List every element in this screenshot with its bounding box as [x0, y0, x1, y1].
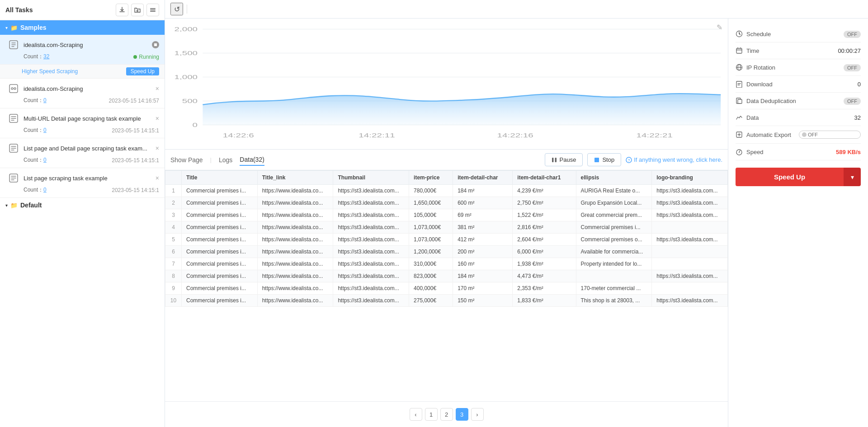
table-row[interactable]: 10Commercial premises i...https://www.id… — [165, 295, 728, 307]
schedule-toggle[interactable]: OFF — [844, 31, 861, 38]
table-row[interactable]: 1Commercial premises i...https://www.ide… — [165, 185, 728, 197]
table-row[interactable]: 3Commercial premises i...https://www.ide… — [165, 209, 728, 221]
table-cell: https://www.idealista.co... — [257, 282, 333, 295]
pagination-page-3[interactable]: 3 — [456, 408, 468, 421]
svg-rect-26 — [594, 158, 599, 162]
svg-text:14:22:11: 14:22:11 — [359, 132, 395, 139]
data-dedup-toggle[interactable]: OFF — [844, 98, 861, 105]
table-cell: 1 — [165, 185, 182, 197]
table-cell: https://st3.idealista.com... — [333, 246, 409, 258]
tab-logs[interactable]: Logs — [219, 155, 232, 165]
task-close-button-5[interactable]: × — [156, 174, 159, 182]
table-cell: https://www.idealista.co... — [257, 185, 333, 197]
task-icon-5 — [7, 172, 20, 184]
table-cell: Commercial premises i... — [182, 234, 258, 246]
ip-rotation-toggle[interactable]: OFF — [844, 64, 861, 71]
table-row[interactable]: 6Commercial premises i...https://www.ide… — [165, 246, 728, 258]
task-item-1[interactable]: idealista.com-Scraping Count：32 Running — [0, 35, 165, 65]
stop-button[interactable]: Stop — [587, 153, 621, 166]
table-cell: AURIGA Real Estate o... — [576, 185, 652, 197]
speed-up-badge-1[interactable]: Speed Up — [126, 67, 159, 75]
task-date-4: 2023-05-15 14:15:1 — [112, 157, 159, 164]
table-cell — [652, 282, 728, 295]
table-cell: Great commercial prem... — [576, 209, 652, 221]
col-header-item-detail-char: item-detail-char — [453, 171, 513, 185]
table-row[interactable]: 8Commercial premises i...https://www.ide… — [165, 270, 728, 282]
refresh-button[interactable]: ↺ — [170, 3, 183, 15]
table-cell: https://st3.idealista.com... — [652, 295, 728, 307]
table-row[interactable]: 2Commercial premises i...https://www.ide… — [165, 197, 728, 209]
table-cell: https://st3.idealista.com... — [652, 270, 728, 282]
tab-show-page[interactable]: Show Page — [170, 155, 203, 165]
top-bar-divider — [187, 5, 187, 14]
schedule-icon — [736, 30, 743, 38]
pagination-next[interactable]: › — [471, 408, 484, 421]
task-count-4: Count：0 — [24, 156, 47, 164]
table-row[interactable]: 4Commercial premises i...https://www.ide… — [165, 221, 728, 234]
task-item-2[interactable]: idealista.com-Scraping × Count：0 2023-05… — [0, 79, 165, 108]
table-cell: https://st3.idealista.com... — [333, 197, 409, 209]
task-close-button-2[interactable]: × — [156, 85, 159, 92]
table-cell: Commercial premises i... — [182, 221, 258, 234]
pagination-prev[interactable]: ‹ — [410, 408, 422, 421]
download-icon — [119, 7, 125, 13]
table-cell: 1,073,000€ — [409, 234, 453, 246]
pagination-page-2[interactable]: 2 — [440, 408, 453, 421]
table-cell: Commercial premises i... — [182, 209, 258, 221]
task-name-1: idealista.com-Scraping — [24, 42, 83, 48]
info-row-time: Time 00:00:27 — [736, 42, 861, 59]
col-header-title: Title — [182, 171, 258, 185]
sidebar-title: All Tasks — [5, 6, 33, 14]
task-stop-button-1[interactable] — [152, 41, 159, 48]
content-area: ✎ 2,000 1,500 1,000 500 0 — [165, 19, 868, 427]
table-cell: 5 — [165, 234, 182, 246]
table-row[interactable]: 7Commercial premises i...https://www.ide… — [165, 258, 728, 270]
col-header-item-detail-char1: item-detail-char1 — [513, 171, 576, 185]
task-item-3[interactable]: Multi-URL Detail page scraping task exam… — [0, 108, 165, 138]
svg-rect-0 — [150, 8, 156, 9]
task-close-button-4[interactable]: × — [156, 145, 159, 152]
task-date-3: 2023-05-15 14:15:1 — [112, 127, 159, 134]
task-close-button-3[interactable]: × — [156, 115, 159, 122]
table-row[interactable]: 5Commercial premises i...https://www.ide… — [165, 234, 728, 246]
svg-text:500: 500 — [182, 98, 198, 104]
table-header-row: Title Title_link Thumbnail item-price it… — [165, 171, 728, 185]
pagination-page-1[interactable]: 1 — [425, 408, 438, 421]
add-folder-button[interactable] — [131, 4, 144, 16]
help-link[interactable]: ? If anything went wrong, click here. — [626, 156, 722, 163]
settings-icon — [150, 7, 156, 13]
table-cell: 1,833 €/m² — [513, 295, 576, 307]
download-info-icon — [736, 80, 743, 88]
table-cell: 780,000€ — [409, 185, 453, 197]
table-cell: https://www.idealista.co... — [257, 295, 333, 307]
table-cell — [652, 246, 728, 258]
table-cell: 600 m² — [453, 197, 513, 209]
table-cell: 2,353 €/m² — [513, 282, 576, 295]
table-cell: 6 — [165, 246, 182, 258]
svg-text:14:22:21: 14:22:21 — [637, 132, 673, 139]
auto-export-toggle[interactable]: OFF — [799, 131, 861, 139]
task-name-3: Multi-URL Detail page scraping task exam… — [24, 115, 141, 122]
chart-edit-button[interactable]: ✎ — [717, 23, 722, 32]
speed-up-dropdown-button[interactable]: ▾ — [844, 168, 861, 186]
auto-export-icon — [736, 131, 743, 138]
table-cell: https://st3.idealista.com... — [333, 295, 409, 307]
tab-data[interactable]: Data(32) — [240, 154, 264, 166]
table-row[interactable]: 9Commercial premises i...https://www.ide… — [165, 282, 728, 295]
speed-up-main-button[interactable]: Speed Up — [736, 168, 844, 186]
task-item-5[interactable]: List page scraping task example × Count：… — [0, 168, 165, 198]
sub-task-name-1[interactable]: Higher Speed Scraping — [22, 68, 78, 75]
folder-default[interactable]: ▾ 📁 Default — [0, 198, 165, 212]
pause-button[interactable]: Pause — [545, 153, 583, 166]
download-button[interactable] — [116, 4, 128, 16]
add-folder-icon — [134, 7, 141, 13]
pause-icon — [552, 157, 557, 163]
folder-samples[interactable]: ▾ 📁 Samples — [0, 20, 165, 35]
table-cell: 1,200,000€ — [409, 246, 453, 258]
table-cell: https://st3.idealista.com... — [333, 234, 409, 246]
table-cell: Commercial premises i... — [182, 270, 258, 282]
table-cell: https://st3.idealista.com... — [333, 209, 409, 221]
settings-button[interactable] — [146, 4, 159, 16]
task-item-4[interactable]: List page and Detail page scraping task … — [0, 138, 165, 168]
folder-icon: 📁 — [10, 24, 18, 31]
